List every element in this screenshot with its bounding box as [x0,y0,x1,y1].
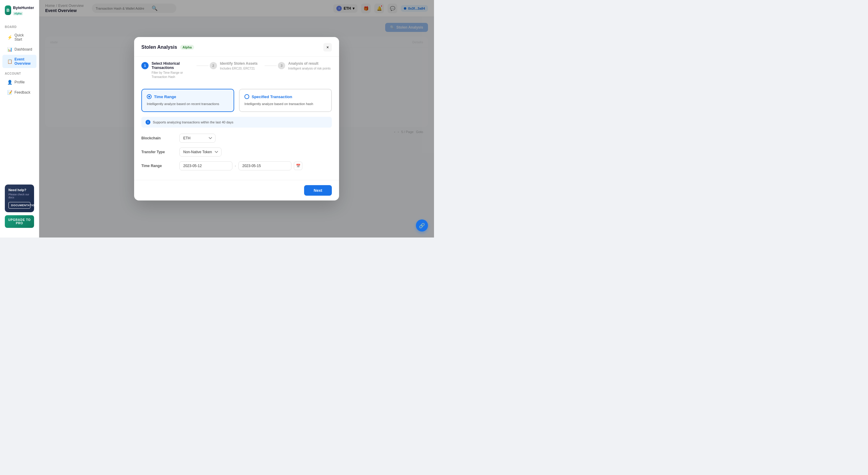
blockchain-row: Blockchain ETH BSC Polygon Arbitrum [141,134,332,143]
help-card-subtitle: Please check our docs [8,193,30,199]
step-1-desc: Filter by Time Range or Transaction Hash [152,71,195,79]
date-range: - 📅 [179,161,302,170]
main-area: Home / Event Overview Event Overview 🔍 Ξ… [39,0,434,238]
blockchain-label: Blockchain [141,136,175,140]
info-icon: i [146,120,150,125]
app-badge: Alpha [13,12,23,15]
specified-transaction-desc: Intelligently analyze based on transacti… [244,101,327,107]
step-1-num: 1 [141,62,149,69]
transfer-type-row: Transfer Type Non-Native Token Native To… [141,147,332,157]
help-card: Need help? Please check our docs DOCUMEN… [5,184,34,212]
sidebar-item-profile[interactable]: 👤 Profile [2,77,36,87]
sidebar-item-label: Feedback [14,90,30,95]
transfer-type-select[interactable]: Non-Native Token Native Token All [179,147,221,157]
app-name: ByteHunter [13,5,34,10]
docs-button[interactable]: DOCUMENTATION [8,202,30,209]
time-range-row: Time Range - 📅 [141,161,332,170]
stepper: 1 Select Historical Transactions Filter … [134,57,339,84]
sidebar-item-quick-start[interactable]: ⚡ Quick Start [2,31,36,44]
modal-footer: Next [134,180,339,201]
step-2-desc: Includes ERC20, ERC721 [220,67,258,71]
step-2: 2 Identify Stolen Assets Includes ERC20,… [210,61,264,71]
step-2-title: Identify Stolen Assets [220,61,258,66]
date-from-input[interactable] [179,161,232,170]
modal-close-button[interactable]: × [323,43,332,52]
sidebar-item-label: Profile [14,80,25,84]
calendar-button[interactable]: 📅 [294,162,302,170]
time-range-title: Time Range [154,95,176,99]
account-section-label: ACCOUNT [0,68,39,77]
step-1: 1 Select Historical Transactions Filter … [141,61,195,79]
step-connector-1-2 [196,66,209,66]
sidebar-item-feedback[interactable]: 📝 Feedback [2,88,36,97]
sidebar-item-label: Quick Start [14,33,32,41]
time-range-label: Time Range [141,164,175,168]
step-3-title: Analysis of result [288,61,331,66]
modal-overlay: Stolen Analysis Alpha × 1 Select Histori… [39,0,434,238]
upgrade-button[interactable]: UPGRADE TO PRO [5,215,34,228]
date-to-input[interactable] [239,161,291,170]
specified-transaction-title: Specified Transaction [252,95,292,99]
time-range-radio [147,94,152,99]
step-2-num: 2 [210,62,217,69]
option-cards: Time Range Intelligently analyze based o… [141,89,332,112]
dashboard-icon: 📊 [7,47,12,52]
step-3-desc: Intelligent analysis of risk points [288,67,331,71]
sidebar-bottom: Need help? Please check our docs DOCUMEN… [0,180,39,233]
blockchain-select[interactable]: ETH BSC Polygon Arbitrum [179,134,216,143]
quick-start-icon: ⚡ [7,35,12,40]
time-range-desc: Intelligently analyze based on recent tr… [147,101,229,107]
modal-header: Stolen Analysis Alpha × [134,37,339,57]
date-separator: - [235,164,236,168]
app-logo: B ByteHunter Alpha [0,5,39,22]
step-3-num: 3 [278,62,285,69]
step-1-title: Select Historical Transactions [152,61,195,70]
sidebar-item-label: Event Overview [14,57,32,66]
next-button[interactable]: Next [304,185,332,196]
option-specified-transaction[interactable]: Specified Transaction Intelligently anal… [239,89,332,112]
help-card-title: Need help? [8,188,30,192]
event-overview-icon: 📋 [7,59,12,64]
sidebar-item-label: Dashboard [14,47,32,52]
sidebar-item-event-overview[interactable]: 📋 Event Overview [2,55,36,68]
stolen-analysis-modal: Stolen Analysis Alpha × 1 Select Histori… [134,37,339,201]
profile-icon: 👤 [7,80,12,84]
step-connector-2-3 [265,66,277,66]
sidebar: B ByteHunter Alpha BOARD ⚡ Quick Start 📊… [0,0,39,238]
specified-transaction-radio [244,94,249,99]
option-time-range[interactable]: Time Range Intelligently analyze based o… [141,89,234,112]
transfer-type-label: Transfer Type [141,150,175,154]
info-banner-text: Supports analyzing transactions within t… [153,121,233,124]
sidebar-item-dashboard[interactable]: 📊 Dashboard [2,44,36,54]
logo-icon: B [5,5,11,15]
modal-title-area: Stolen Analysis Alpha [141,44,194,50]
modal-alpha-badge: Alpha [180,45,194,50]
modal-title-text: Stolen Analysis [141,44,177,50]
float-link-button[interactable]: 🔗 [416,219,428,232]
info-banner: i Supports analyzing transactions within… [141,117,332,128]
feedback-icon: 📝 [7,90,12,95]
modal-body: Time Range Intelligently analyze based o… [134,84,339,180]
step-3: 3 Analysis of result Intelligent analysi… [278,61,332,71]
board-section-label: BOARD [0,22,39,30]
